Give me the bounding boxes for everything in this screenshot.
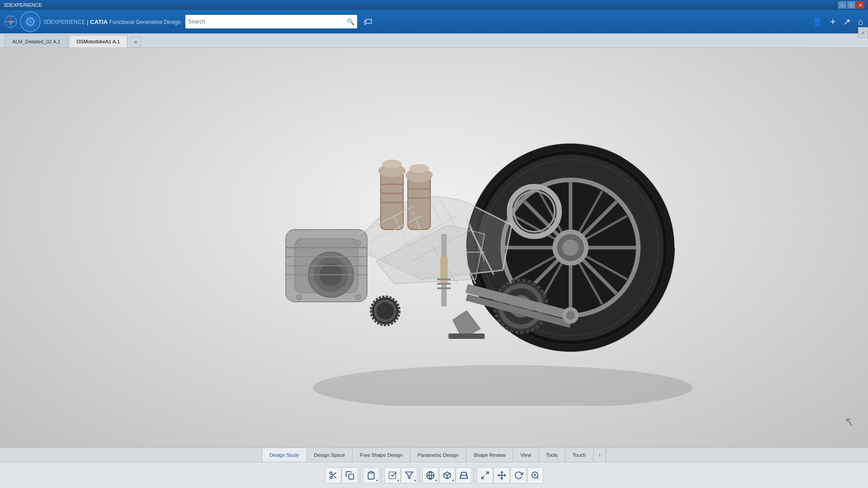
svg-point-53: [355, 295, 361, 300]
catia-label: CATIA: [90, 19, 108, 25]
tab-dsmotorbike-label: DSMotorbikeA1 A.1: [76, 39, 120, 44]
svg-line-84: [334, 476, 336, 479]
svg-rect-88: [389, 472, 396, 479]
svg-line-94: [447, 474, 450, 475]
bottom-toolbar-area: Design Study Design Space Free Shape Des…: [0, 447, 868, 488]
logo-area: 3DEXPERIENCE | CATIA Functional Generati…: [5, 11, 181, 32]
cursor-icon: ↖: [843, 413, 855, 430]
svg-point-58: [382, 160, 402, 169]
view-orientation-button[interactable]: [422, 467, 439, 483]
bookmark-icon[interactable]: 🏷: [363, 17, 373, 27]
maximize-button[interactable]: □: [847, 1, 855, 9]
cut-button[interactable]: [325, 467, 341, 483]
svg-point-81: [330, 472, 332, 474]
toolbar-more-button[interactable]: ›: [594, 448, 606, 462]
copy-icon: [345, 471, 354, 480]
motorcycle-render: [195, 89, 693, 406]
tabbar: ALM_Detailed_02 A.1 DSMotorbikeA1 A.1 + …: [0, 33, 868, 48]
tab-alm-label: ALM_Detailed_02 A.1: [12, 39, 60, 44]
svg-point-5: [313, 365, 693, 406]
tab-alm[interactable]: ALM_Detailed_02 A.1: [5, 35, 68, 47]
close-button[interactable]: ✕: [856, 1, 864, 9]
rotate-button[interactable]: [510, 467, 527, 483]
svg-line-104: [537, 477, 538, 479]
render-mode-button[interactable]: [439, 467, 455, 483]
rotate-icon: [514, 471, 523, 480]
header-right: 👤 + ↗ ⌂: [811, 16, 863, 28]
titlebar-controls[interactable]: ─ □ ✕: [838, 1, 864, 9]
select-tools-group: [382, 467, 420, 483]
svg-line-92: [443, 474, 447, 475]
paste-tools-group: [361, 467, 382, 483]
viewport: ↖: [0, 48, 868, 447]
copy-button[interactable]: [342, 467, 358, 483]
expand-button[interactable]: ⤢: [858, 27, 868, 38]
toolbar-tab-free-shape[interactable]: Free Shape Design: [353, 448, 410, 462]
svg-point-51: [355, 240, 361, 246]
toolbar-tab-touch[interactable]: Touch: [566, 448, 594, 462]
toolbar-tab-view[interactable]: View: [513, 448, 539, 462]
cube-icon: [443, 471, 452, 480]
fit-icon: [481, 471, 490, 480]
select-icon: [388, 471, 397, 480]
svg-point-52: [297, 295, 302, 300]
search-button[interactable]: 🔍: [347, 18, 354, 25]
search-area: 🔍: [185, 15, 357, 28]
play-button[interactable]: [20, 11, 41, 32]
filter-button[interactable]: [401, 467, 417, 483]
toolbar-tab-shape-review[interactable]: Shape Review: [466, 448, 513, 462]
paste-button[interactable]: [363, 467, 379, 483]
svg-point-82: [330, 477, 332, 479]
toolbar-tab-parametric[interactable]: Parametric Design: [410, 448, 466, 462]
play-button-inner: [26, 18, 34, 26]
share-icon[interactable]: ↗: [843, 16, 851, 27]
titlebar-title: 3DEXPERIENCE: [4, 2, 42, 8]
pan-button[interactable]: [494, 467, 510, 483]
svg-point-59: [409, 164, 429, 173]
filter-icon: [405, 471, 414, 480]
compass-icon: [5, 15, 17, 28]
edit-tools-group: [323, 467, 360, 483]
svg-point-50: [297, 240, 302, 246]
titlebar: 3DEXPERIENCE ─ □ ✕: [0, 0, 868, 10]
zoom-button[interactable]: [527, 467, 543, 483]
svg-point-22: [562, 239, 579, 256]
brand-label: 3DEXPERIENCE: [43, 19, 85, 25]
toolbar-tab-design-space[interactable]: Design Space: [307, 448, 353, 462]
titlebar-left: 3DEXPERIENCE: [4, 2, 42, 8]
toolbar-tab-tools[interactable]: Tools: [539, 448, 566, 462]
add-icon[interactable]: +: [830, 16, 836, 28]
app-title: 3DEXPERIENCE | CATIA Functional Generati…: [43, 19, 181, 25]
clipboard-icon: [367, 471, 376, 480]
toolbar-tabs: Design Study Design Space Free Shape Des…: [0, 448, 868, 462]
globe-icon: [426, 471, 435, 480]
zoom-icon: [531, 471, 540, 480]
search-input[interactable]: [188, 19, 347, 25]
svg-rect-70: [448, 333, 485, 339]
select-button[interactable]: [384, 467, 401, 483]
home-icon[interactable]: ⌂: [858, 17, 863, 27]
user-icon[interactable]: 👤: [811, 16, 823, 27]
fit-all-button[interactable]: [477, 467, 493, 483]
pan-icon: [497, 471, 506, 480]
svg-line-100: [481, 476, 484, 479]
view-tools-group: [420, 467, 474, 483]
appname-label: Functional Generative Design: [109, 19, 181, 25]
toolbar-icons: [0, 462, 868, 488]
minimize-button[interactable]: ─: [838, 1, 846, 9]
svg-marker-89: [405, 472, 413, 479]
svg-line-85: [331, 474, 333, 475]
toolbar-tab-design-study[interactable]: Design Study: [262, 448, 307, 462]
svg-rect-86: [349, 474, 354, 479]
scissors-icon: [329, 471, 338, 480]
svg-point-80: [566, 311, 575, 320]
svg-line-99: [486, 472, 488, 475]
navigation-tools-group: [475, 467, 545, 483]
header: 3DEXPERIENCE | CATIA Functional Generati…: [0, 10, 868, 33]
perspective-icon: [459, 471, 468, 480]
tab-dsmotorbike[interactable]: DSMotorbikeA1 A.1: [69, 35, 127, 47]
tab-add-button[interactable]: +: [130, 37, 141, 47]
svg-rect-87: [369, 472, 373, 473]
perspective-button[interactable]: [456, 467, 472, 483]
